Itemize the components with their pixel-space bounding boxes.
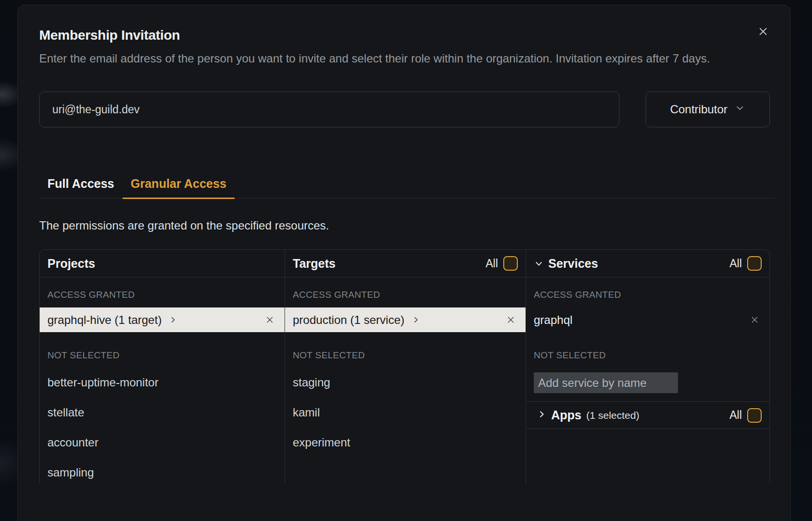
projects-header-label: Projects <box>47 257 95 271</box>
services-all-label: All <box>729 257 742 270</box>
chevron-right-icon <box>412 316 420 324</box>
membership-invitation-dialog: Membership Invitation Enter the email ad… <box>17 5 791 521</box>
targets-all-wrap: All <box>485 256 518 271</box>
permissions-note: The permissions are granted on the speci… <box>39 219 769 232</box>
email-field[interactable] <box>39 92 619 127</box>
apps-section-header[interactable]: Apps (1 selected) All <box>526 402 769 429</box>
services-column: Services All ACCESS GRANTED graphql N <box>526 250 769 484</box>
chevron-down-icon[interactable] <box>534 259 544 269</box>
remove-service-icon[interactable] <box>750 315 760 325</box>
targets-granted-item-label: production (1 service) <box>293 313 405 327</box>
targets-all-label: All <box>485 257 498 270</box>
chevron-right-icon <box>169 316 177 324</box>
services-all-checkbox[interactable] <box>747 256 762 271</box>
services-not-selected-label: NOT SELECTED <box>534 350 762 361</box>
apps-header-label: Apps <box>551 408 582 422</box>
remove-target-icon[interactable] <box>506 315 516 325</box>
tab-full-access[interactable]: Full Access <box>39 177 122 198</box>
services-section: Services All ACCESS GRANTED graphql N <box>526 250 769 402</box>
targets-column: Targets All ACCESS GRANTED production (1… <box>285 250 526 484</box>
list-item[interactable]: kamil <box>285 398 526 428</box>
projects-column: Projects ACCESS GRANTED graphql-hive (1 … <box>40 250 285 484</box>
projects-granted-item-label: graphql-hive (1 target) <box>47 313 162 327</box>
targets-all-checkbox[interactable] <box>503 256 518 271</box>
chevron-right-icon[interactable] <box>537 409 547 421</box>
dialog-description: Enter the email address of the person yo… <box>39 49 769 67</box>
targets-not-selected-list: staging kamil experiment <box>285 368 526 458</box>
apps-all-checkbox[interactable] <box>747 408 762 423</box>
projects-not-selected-list: better-uptime-monitor stellate accounter… <box>40 368 285 484</box>
resources-panel: Projects ACCESS GRANTED graphql-hive (1 … <box>39 249 770 484</box>
apps-all-label: All <box>729 409 742 422</box>
access-tabs: Full Access Granular Access <box>39 177 775 199</box>
targets-access-granted-label: ACCESS GRANTED <box>293 290 518 300</box>
projects-not-selected-label: NOT SELECTED <box>47 350 277 361</box>
list-item[interactable]: experiment <box>285 428 526 458</box>
services-header[interactable]: Services All <box>526 250 769 277</box>
apps-selected-count: (1 selected) <box>586 410 640 421</box>
list-item[interactable]: staging <box>285 368 526 398</box>
chevron-down-icon <box>735 103 745 116</box>
tab-granular-access[interactable]: Granular Access <box>122 177 235 198</box>
projects-access-granted-label: ACCESS GRANTED <box>47 290 277 300</box>
services-header-label: Services <box>548 257 598 271</box>
targets-not-selected-label: NOT SELECTED <box>293 350 518 361</box>
close-button[interactable] <box>755 25 771 40</box>
list-item[interactable]: sampling <box>40 458 285 484</box>
invite-row: Contributor <box>39 92 770 127</box>
add-service-input[interactable] <box>534 372 678 393</box>
role-select-value: Contributor <box>670 103 728 116</box>
list-item[interactable]: accounter <box>40 428 285 458</box>
role-select[interactable]: Contributor <box>646 92 770 127</box>
remove-project-icon[interactable] <box>265 315 275 325</box>
list-item[interactable]: better-uptime-monitor <box>40 368 285 398</box>
services-all-wrap: All <box>729 256 762 271</box>
targets-header: Targets All <box>285 250 526 277</box>
services-access-granted-label: ACCESS GRANTED <box>534 290 762 300</box>
targets-header-label: Targets <box>293 257 335 271</box>
close-icon <box>756 25 770 40</box>
projects-granted-row[interactable]: graphql-hive (1 target) <box>40 307 285 332</box>
services-granted-row[interactable]: graphql <box>526 307 769 332</box>
services-granted-item-label: graphql <box>534 313 572 327</box>
dialog-title: Membership Invitation <box>39 5 769 43</box>
projects-header: Projects <box>40 250 285 277</box>
targets-granted-row[interactable]: production (1 service) <box>285 307 526 332</box>
apps-all-wrap: All <box>729 408 762 423</box>
list-item[interactable]: stellate <box>40 398 285 428</box>
